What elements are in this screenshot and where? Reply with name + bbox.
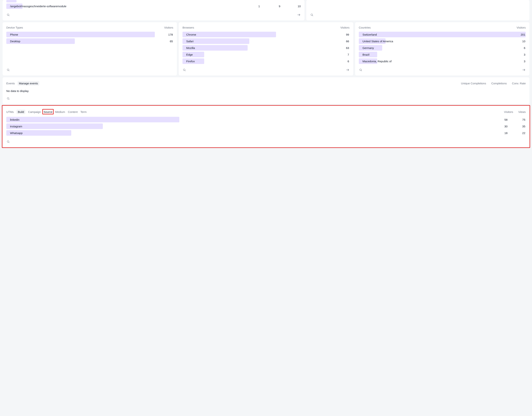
search-icon[interactable] xyxy=(6,13,10,17)
card-title: Countries xyxy=(359,26,371,29)
list-item[interactable]: Chrome99 xyxy=(182,32,349,37)
svg-point-5 xyxy=(7,69,9,71)
list-item[interactable]: instagram3035 xyxy=(6,123,526,129)
item-value: 66 xyxy=(339,40,350,43)
item-label: Brazil xyxy=(359,52,515,57)
tab-campaign[interactable]: Campaign xyxy=(28,110,41,114)
svg-line-11 xyxy=(361,70,362,71)
events-card: Events Manage events Unique Completions … xyxy=(3,77,529,104)
card-title: UTMs xyxy=(6,110,14,113)
search-icon[interactable] xyxy=(182,68,186,72)
item-value: 6 xyxy=(339,60,350,63)
top-col-2: 9 xyxy=(262,5,280,8)
list-item[interactable]: Germany6 xyxy=(359,45,526,51)
device-types-card: Device Types Visitors Phone178Desktop65 xyxy=(3,22,177,76)
svg-line-4 xyxy=(312,15,313,16)
page-path[interactable]: /angebot/massgeschneiderte-softwaremodul… xyxy=(6,3,247,9)
svg-point-15 xyxy=(7,141,9,142)
countries-card: Countries Visitors Switzerland201United … xyxy=(355,22,529,76)
tab-content[interactable]: Content xyxy=(68,110,78,114)
item-value: 63 xyxy=(339,46,350,49)
card-title: Events xyxy=(6,82,15,85)
item-views: 22 xyxy=(508,132,526,135)
card-title: Device Types xyxy=(6,26,23,29)
item-label: Macedonia, Republic of xyxy=(359,59,515,64)
search-icon[interactable] xyxy=(359,68,363,72)
list-item[interactable]: Firefox6 xyxy=(182,58,349,64)
list-item[interactable]: Mozilla63 xyxy=(182,45,349,51)
item-views: 75 xyxy=(508,118,526,121)
item-label: instagram xyxy=(6,124,490,129)
list-item[interactable]: Edge7 xyxy=(182,52,349,57)
item-label: linkedin xyxy=(6,117,490,122)
item-label: Mozilla xyxy=(182,45,339,51)
item-value: 6 xyxy=(515,46,526,49)
build-button[interactable]: Build xyxy=(16,110,25,114)
list-item[interactable]: Phone178 xyxy=(6,32,173,37)
manage-events-button[interactable]: Manage events xyxy=(18,81,39,86)
list-item[interactable]: Macedonia, Republic of3 xyxy=(359,58,526,64)
previous-row-bar-stub xyxy=(6,0,17,2)
item-views: 35 xyxy=(508,125,526,128)
tab-source[interactable]: Source xyxy=(44,110,52,114)
utms-card: UTMs Build CampaignSourceMediumContentTe… xyxy=(3,106,529,147)
metric-label: Visitors xyxy=(504,110,513,113)
item-visitors: 30 xyxy=(490,125,508,128)
list-item[interactable]: Safari66 xyxy=(182,38,349,44)
item-label: Firefox xyxy=(182,59,339,64)
search-icon[interactable] xyxy=(6,140,10,143)
item-value: 10 xyxy=(515,40,526,43)
metric-label: Views xyxy=(518,110,526,113)
svg-point-7 xyxy=(183,69,185,71)
browsers-card: Browsers Visitors Chrome99Safari66Mozill… xyxy=(179,22,353,76)
arrow-right-icon[interactable] xyxy=(297,13,301,17)
svg-point-3 xyxy=(311,14,313,16)
svg-line-6 xyxy=(9,70,9,71)
metric-label: Conv. Rate xyxy=(512,82,526,85)
list-item[interactable]: Desktop65 xyxy=(6,38,173,44)
item-label: Edge xyxy=(182,52,339,57)
arrow-right-icon[interactable] xyxy=(346,68,350,72)
list-item[interactable]: United States of America10 xyxy=(359,38,526,44)
arrow-right-icon[interactable] xyxy=(522,68,526,72)
top-pages-card: /angebot/massgeschneiderte-softwaremodul… xyxy=(3,0,305,20)
svg-line-1 xyxy=(9,15,9,16)
top-col-1: 1 xyxy=(249,5,260,8)
search-icon[interactable] xyxy=(6,68,10,72)
search-icon[interactable] xyxy=(310,13,314,17)
list-item[interactable]: linkedin5875 xyxy=(6,117,526,122)
item-label: United States of America xyxy=(359,38,515,44)
metric-label: Unique Completions xyxy=(461,82,486,85)
metric-label: Completions xyxy=(491,82,507,85)
card-title: Browsers xyxy=(182,26,194,29)
metric-label: Visitors xyxy=(340,26,350,29)
list-item[interactable]: Brazil3 xyxy=(359,52,526,57)
svg-line-14 xyxy=(9,99,9,100)
tab-term[interactable]: Term xyxy=(80,110,87,114)
item-label: Desktop xyxy=(6,38,163,44)
svg-point-13 xyxy=(7,97,9,99)
item-label: Switzerland xyxy=(359,32,515,37)
top-right-card xyxy=(306,0,529,20)
search-icon[interactable] xyxy=(6,97,10,100)
svg-point-0 xyxy=(7,14,9,16)
item-value: 65 xyxy=(163,40,173,43)
item-visitors: 58 xyxy=(490,118,508,121)
list-item[interactable]: Switzerland201 xyxy=(359,32,526,37)
top-col-3: 10 xyxy=(282,5,301,8)
list-item[interactable]: Whatsapp1822 xyxy=(6,130,526,136)
item-value: 3 xyxy=(515,53,526,56)
svg-line-8 xyxy=(185,70,186,71)
item-label: Safari xyxy=(182,38,339,44)
no-data-message: No data to display. xyxy=(6,88,526,93)
item-value: 3 xyxy=(515,60,526,63)
item-value: 99 xyxy=(339,33,350,36)
tab-medium[interactable]: Medium xyxy=(55,110,65,114)
item-label: Germany xyxy=(359,45,515,51)
item-label: Whatsapp xyxy=(6,130,490,136)
svg-point-10 xyxy=(360,69,361,71)
item-value: 7 xyxy=(339,53,350,56)
item-label: Chrome xyxy=(182,32,339,37)
metric-label: Visitors xyxy=(164,26,173,29)
metric-label: Visitors xyxy=(517,26,526,29)
